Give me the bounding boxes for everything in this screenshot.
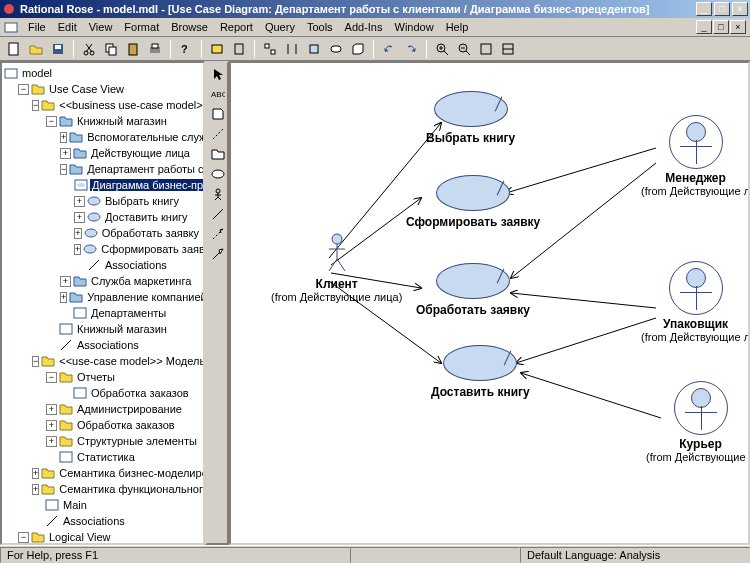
tree-adm[interactable]: Администрирование (75, 403, 184, 415)
save-button[interactable] (48, 39, 68, 59)
tree-drk[interactable]: Департамент работы с клиен (85, 163, 205, 175)
mdi-minimize-button[interactable]: _ (696, 20, 712, 34)
dependency-tool[interactable] (209, 225, 227, 243)
tree-assoc3[interactable]: Associations (61, 515, 127, 527)
menu-window[interactable]: Window (389, 19, 440, 35)
sequence-diagram-button[interactable] (282, 39, 302, 59)
expander-icon[interactable]: − (18, 532, 29, 543)
tree-sfm[interactable]: Семантика функционального модели (57, 483, 205, 495)
paste-button[interactable] (123, 39, 143, 59)
menu-format[interactable]: Format (118, 19, 165, 35)
actor-manager[interactable]: Менеджер (from Действующие л (641, 115, 750, 197)
tree-main[interactable]: Main (61, 499, 89, 511)
package-tool[interactable] (209, 145, 227, 163)
menu-edit[interactable]: Edit (52, 19, 83, 35)
undo-fit-button[interactable] (498, 39, 518, 59)
maximize-button[interactable]: □ (714, 2, 730, 16)
expander-icon[interactable]: + (46, 420, 57, 431)
open-button[interactable] (26, 39, 46, 59)
diagram-canvas[interactable]: Клиент (from Действующие лица) Выбрать к… (229, 61, 750, 545)
expander-icon[interactable]: − (46, 372, 57, 383)
mdi-close-button[interactable]: × (730, 20, 746, 34)
expander-icon[interactable]: − (18, 84, 29, 95)
tree-km[interactable]: Книжный магазин (75, 115, 169, 127)
expander-icon[interactable]: + (60, 276, 71, 287)
undo-button[interactable] (379, 39, 399, 59)
usecase-tool[interactable] (209, 165, 227, 183)
help-button[interactable]: ? (176, 39, 196, 59)
expander-icon[interactable]: + (60, 292, 67, 303)
zoom-in-button[interactable] (432, 39, 452, 59)
tree-stat[interactable]: Статистика (75, 451, 137, 463)
tree-ucm[interactable]: <<use-case model>> Модель прецеден (57, 355, 205, 367)
expander-icon[interactable]: + (32, 468, 39, 479)
actor-packer[interactable]: Упаковщик (from Действующие л (641, 261, 750, 343)
expander-icon[interactable]: + (74, 228, 82, 239)
statechart-diagram-button[interactable] (326, 39, 346, 59)
tree-oz[interactable]: Обработать заявку (100, 227, 201, 239)
generalization-tool[interactable] (209, 245, 227, 263)
menu-addins[interactable]: Add-Ins (339, 19, 389, 35)
fit-window-button[interactable] (476, 39, 496, 59)
anchor-tool[interactable] (209, 125, 227, 143)
text-tool[interactable]: ABC (209, 85, 227, 103)
tree-assoc2[interactable]: Associations (75, 339, 141, 351)
select-tool[interactable] (209, 65, 227, 83)
expander-icon[interactable]: + (46, 436, 57, 447)
expander-icon[interactable]: − (60, 164, 67, 175)
tree-sm[interactable]: Служба маркетинга (89, 275, 193, 287)
expander-icon[interactable]: − (32, 100, 39, 111)
menu-file[interactable]: File (22, 19, 52, 35)
menu-report[interactable]: Report (214, 19, 259, 35)
tree-strel[interactable]: Структурные элементы (75, 435, 199, 447)
minimize-button[interactable]: _ (696, 2, 712, 16)
tree-obz2[interactable]: Обработка заказов (75, 419, 177, 431)
usecase-form-request[interactable]: Сформировать заявку (406, 175, 540, 229)
mdi-system-icon[interactable] (4, 20, 18, 34)
tree-dbp[interactable]: Диаграмма бизнес-прец (90, 179, 205, 191)
menu-browse[interactable]: Browse (165, 19, 214, 35)
tree-dep[interactable]: Департаменты (89, 307, 168, 319)
tree-otch[interactable]: Отчеты (75, 371, 117, 383)
menu-query[interactable]: Query (259, 19, 301, 35)
tree-dk[interactable]: Доставить книгу (103, 211, 190, 223)
tree-km2[interactable]: Книжный магазин (75, 323, 169, 335)
expander-icon[interactable]: + (74, 212, 85, 223)
actor-tool[interactable] (209, 185, 227, 203)
cut-button[interactable] (79, 39, 99, 59)
expander-icon[interactable]: + (74, 196, 85, 207)
expander-icon[interactable]: + (74, 244, 81, 255)
menu-view[interactable]: View (83, 19, 119, 35)
tree-vk[interactable]: Выбрать книгу (103, 195, 181, 207)
redo-button[interactable] (401, 39, 421, 59)
expander-icon[interactable]: + (60, 148, 71, 159)
association-tool[interactable] (209, 205, 227, 223)
menu-tools[interactable]: Tools (301, 19, 339, 35)
tree-uk[interactable]: Управление компанией (85, 291, 205, 303)
menu-help[interactable]: Help (440, 19, 475, 35)
tree-vsl[interactable]: Вспомогательные службы (85, 131, 205, 143)
actor-courier[interactable]: Курьер (from Действующие л (646, 381, 750, 463)
copy-button[interactable] (101, 39, 121, 59)
close-button[interactable]: × (732, 2, 748, 16)
zoom-out-button[interactable] (454, 39, 474, 59)
browse-parent-button[interactable] (229, 39, 249, 59)
tree-lv[interactable]: Logical View (47, 531, 113, 543)
new-button[interactable] (4, 39, 24, 59)
tree-root[interactable]: model (20, 67, 54, 79)
expander-icon[interactable]: − (32, 356, 39, 367)
class-diagram-button[interactable] (260, 39, 280, 59)
deployment-diagram-button[interactable] (348, 39, 368, 59)
tree-obz[interactable]: Обработка заказов (89, 387, 191, 399)
expander-icon[interactable]: − (46, 116, 57, 127)
usecase-deliver-book[interactable]: Доставить книгу (431, 345, 530, 399)
note-tool[interactable] (209, 105, 227, 123)
tree-sbm[interactable]: Семантика бизнес-моделирования (57, 467, 205, 479)
expander-icon[interactable]: + (46, 404, 57, 415)
mdi-restore-button[interactable]: □ (713, 20, 729, 34)
actor-client[interactable]: Клиент (from Действующие лица) (271, 233, 402, 303)
print-button[interactable] (145, 39, 165, 59)
expander-icon[interactable]: + (32, 484, 39, 495)
expander-icon[interactable]: + (60, 132, 67, 143)
browser-tree[interactable]: model −Use Case View −<<business use-cas… (0, 61, 205, 545)
